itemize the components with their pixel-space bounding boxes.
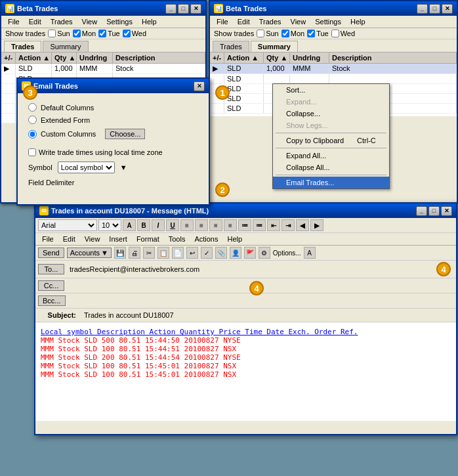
table-row[interactable]: SLD xyxy=(210,74,457,84)
copy-icon[interactable]: 📋 xyxy=(157,247,169,259)
cm-copy[interactable]: Copy to Clipboard Ctrl-C xyxy=(273,135,389,146)
radio-default[interactable]: Default Columns xyxy=(28,101,198,114)
align-right-btn[interactable]: ≡ xyxy=(209,219,222,231)
email-menu-file[interactable]: File xyxy=(38,234,58,244)
tab-trades-1[interactable]: Trades xyxy=(4,41,41,52)
menu-view-2[interactable]: View xyxy=(287,17,310,26)
underline-btn[interactable]: U xyxy=(166,219,179,231)
th-action-2[interactable]: Action ▲ xyxy=(224,53,264,63)
email-menu-tools[interactable]: Tools xyxy=(165,234,190,244)
cm-collapse[interactable]: Collapse... xyxy=(273,108,389,119)
th-desc-1[interactable]: Description xyxy=(113,53,205,63)
list-bullet-btn[interactable]: ≔ xyxy=(253,219,266,231)
indent-more-btn[interactable]: ⇥ xyxy=(281,219,295,231)
day-sun-1[interactable]: Sun xyxy=(48,30,70,37)
minimize-btn-2[interactable]: _ xyxy=(417,4,428,14)
day-tue-2[interactable]: Tue xyxy=(307,30,329,37)
bold-text-btn[interactable]: B xyxy=(137,219,150,231)
paste-icon[interactable]: 📄 xyxy=(172,247,184,259)
email-menu-format[interactable]: Format xyxy=(133,234,163,244)
menu-help-1[interactable]: Help xyxy=(138,17,161,26)
email-menu-actions[interactable]: Actions xyxy=(190,234,222,244)
th-qty-2[interactable]: Qty ▲ xyxy=(264,53,290,63)
day-sun-2[interactable]: Sun xyxy=(257,30,279,37)
close-btn-1[interactable]: ✕ xyxy=(190,4,201,14)
align-left-btn[interactable]: ≡ xyxy=(180,219,194,231)
menu-trades-1[interactable]: Trades xyxy=(47,17,77,26)
email-menu-view[interactable]: View xyxy=(81,234,104,244)
wed-checkbox-1[interactable] xyxy=(123,30,131,37)
email-maximize-btn[interactable]: □ xyxy=(428,206,440,216)
mon-checkbox-2[interactable] xyxy=(281,30,289,37)
menu-settings-2[interactable]: Settings xyxy=(311,17,345,26)
day-wed-2[interactable]: Wed xyxy=(331,30,355,37)
radio-default-input[interactable] xyxy=(28,103,37,112)
table-row[interactable]: ▶ SLD 1,000 MMM Stock xyxy=(1,64,205,74)
bold-btn[interactable]: A xyxy=(123,219,136,231)
size-select[interactable]: 10 xyxy=(98,219,121,231)
check-icon[interactable]: ✓ xyxy=(201,247,213,259)
table-row[interactable]: ▶ SLD 1,000 MMM Stock xyxy=(210,64,457,74)
day-mon-1[interactable]: Mon xyxy=(73,30,96,37)
write-times-checkbox[interactable] xyxy=(28,148,36,156)
email-menu-help[interactable]: Help xyxy=(223,234,246,244)
decrease-btn[interactable]: ◀ xyxy=(296,219,309,231)
day-mon-2[interactable]: Mon xyxy=(281,30,304,37)
tue-checkbox-1[interactable] xyxy=(98,30,106,37)
addressbook-icon[interactable]: 👤 xyxy=(230,247,241,259)
menu-edit-1[interactable]: Edit xyxy=(25,17,45,26)
cc-button[interactable]: Cc... xyxy=(38,280,64,291)
attach-icon[interactable]: 📎 xyxy=(215,247,227,259)
th-qty-1[interactable]: Qty ▲ xyxy=(52,53,77,63)
options-icon[interactable]: ⚙ xyxy=(259,247,270,259)
italic-btn[interactable]: I xyxy=(152,219,165,231)
th-undrlng-1[interactable]: Undrlng xyxy=(77,53,113,63)
email-menu-insert[interactable]: Insert xyxy=(105,234,131,244)
undo-icon[interactable]: ↩ xyxy=(186,247,198,259)
email-minimize-btn[interactable]: _ xyxy=(416,206,427,216)
align-center-btn[interactable]: ≡ xyxy=(195,219,208,231)
menu-file-1[interactable]: File xyxy=(4,17,24,26)
radio-extended-input[interactable] xyxy=(28,116,37,124)
font-icon[interactable]: A xyxy=(304,247,316,259)
font-select[interactable]: Arial xyxy=(38,219,97,231)
maximize-btn-1[interactable]: □ xyxy=(178,4,189,14)
cut-icon[interactable]: ✂ xyxy=(143,247,155,259)
indent-less-btn[interactable]: ⇤ xyxy=(267,219,280,231)
cm-sort[interactable]: Sort... xyxy=(273,84,389,96)
email-close-btn[interactable]: ✕ xyxy=(441,206,452,216)
menu-help-2[interactable]: Help xyxy=(346,17,369,26)
symbol-select[interactable]: Local symbol IB symbol xyxy=(58,162,115,173)
list-num-btn[interactable]: ≔ xyxy=(238,219,251,231)
save-icon[interactable]: 💾 xyxy=(114,247,126,259)
menu-file-2[interactable]: File xyxy=(213,17,232,26)
minimize-btn-1[interactable]: _ xyxy=(165,4,177,14)
email-menu-edit[interactable]: Edit xyxy=(59,234,79,244)
cm-collapse-all[interactable]: Collapse All... xyxy=(273,162,389,173)
flag-icon[interactable]: 🚩 xyxy=(244,247,256,259)
day-tue-1[interactable]: Tue xyxy=(98,30,120,37)
day-wed-1[interactable]: Wed xyxy=(123,30,146,37)
th-action-1[interactable]: Action ▲ xyxy=(16,53,52,63)
maximize-btn-2[interactable]: □ xyxy=(429,4,440,14)
justify-btn[interactable]: ≡ xyxy=(224,219,237,231)
menu-trades-2[interactable]: Trades xyxy=(255,17,285,26)
sun-checkbox-2[interactable] xyxy=(257,30,264,37)
radio-custom-input[interactable] xyxy=(28,130,37,139)
menu-settings-1[interactable]: Settings xyxy=(102,17,136,26)
menu-edit-2[interactable]: Edit xyxy=(234,17,254,26)
choose-button[interactable]: Choose... xyxy=(105,129,145,139)
close-btn-2[interactable]: ✕ xyxy=(442,4,453,14)
th-undrlng-2[interactable]: Undrlng xyxy=(290,53,329,63)
wed-checkbox-2[interactable] xyxy=(331,30,339,37)
cm-expand-all[interactable]: Expand All... xyxy=(273,150,389,162)
to-button[interactable]: To... xyxy=(38,264,64,274)
accounts-button[interactable]: Accounts ▼ xyxy=(67,248,112,258)
dialog-close-btn[interactable]: ✕ xyxy=(194,81,205,91)
tue-checkbox-2[interactable] xyxy=(307,30,315,37)
print-icon[interactable]: 🖨 xyxy=(129,247,140,259)
tab-summary-2[interactable]: Summary xyxy=(251,41,298,52)
radio-extended[interactable]: Extended Form xyxy=(28,114,198,126)
tab-summary-1[interactable]: Summary xyxy=(43,41,88,52)
radio-custom[interactable]: Custom Columns Choose... xyxy=(28,126,198,142)
